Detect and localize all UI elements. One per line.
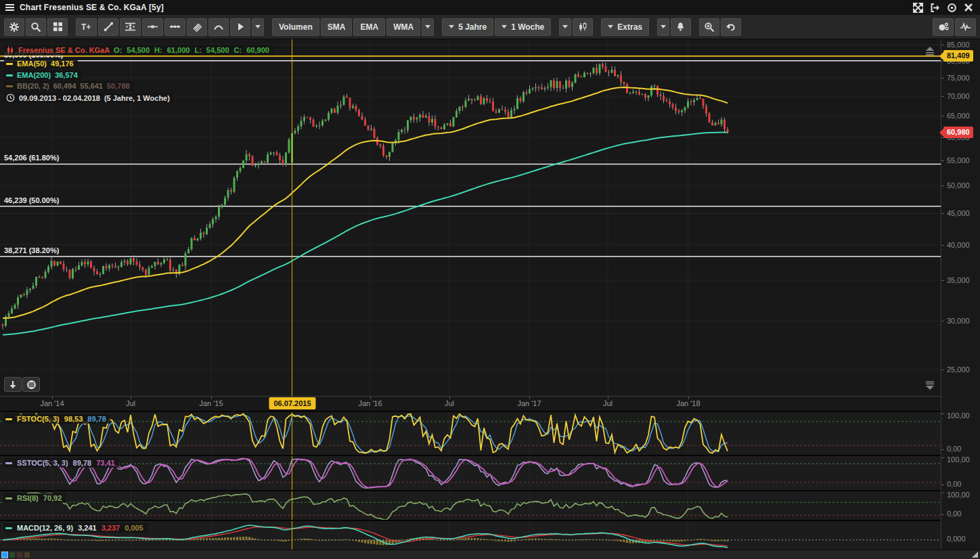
ema200-legend[interactable]: EMA(200) 36,574	[4, 70, 82, 80]
fibonacci-tool-button[interactable]	[120, 18, 141, 36]
panel-layout-button[interactable]	[22, 377, 40, 392]
price-axis[interactable]: 25,00030,00035,00040,00045,00050,00055,0…	[941, 39, 980, 550]
arrow-tool-button[interactable]	[230, 18, 250, 36]
trendline-tool-button[interactable]	[98, 18, 118, 36]
volumen-button[interactable]: Volumen	[272, 18, 319, 36]
ohlc-values: O: 54,500 H: 61,000 L: 54,500 C: 60,900	[114, 46, 269, 54]
trendline-icon	[104, 22, 114, 32]
undo-button[interactable]	[721, 18, 741, 36]
date-range-suffix: (5 Jahre, 1 Woche)	[104, 94, 170, 102]
text-tool-button[interactable]: T+	[76, 18, 97, 36]
text-tool-icon: T+	[81, 22, 92, 32]
fstoc-value-1: 98,53	[64, 415, 83, 423]
undo-icon	[726, 22, 736, 32]
x-axis-label: Jan '17	[517, 399, 541, 407]
time-axis[interactable]: Jan '14JulJan '15Jan '16JulJan '17JulJan…	[0, 396, 941, 411]
fibonacci-icon	[125, 22, 136, 32]
y-axis-label: 40,000	[947, 241, 970, 249]
alert-dropdown[interactable]	[657, 18, 669, 36]
sstoc-value-2: 73,41	[96, 459, 115, 467]
ema50-legend[interactable]: EMA(50) 49,176	[4, 59, 78, 68]
sma-button[interactable]: SMA	[321, 18, 353, 36]
macd-label: MACD(12, 26, 9)	[17, 524, 73, 532]
chevron-down-icon	[255, 25, 261, 28]
rsi-label: RSI(8)	[17, 494, 39, 502]
panel-axis-label: 100,00	[947, 491, 970, 499]
fstoc-label: FSTOC(5, 3)	[17, 415, 60, 423]
bubbles-view-button[interactable]	[933, 18, 954, 36]
macd-legend[interactable]: MACD(12, 26, 9) 3,241 3,237 0,005	[3, 523, 148, 533]
arc-tool-button[interactable]	[208, 18, 229, 36]
hline-tool-button[interactable]	[142, 18, 163, 36]
period-dropdown[interactable]: 5 Jahre	[442, 18, 493, 36]
rsi-panel[interactable]: RSI(8) 70,92	[0, 490, 941, 520]
menu-icon[interactable]	[5, 4, 14, 11]
pulse-view-button[interactable]	[955, 18, 976, 36]
y-axis-label: 55,000	[947, 156, 970, 164]
panel-tab-1[interactable]	[2, 552, 7, 558]
x-axis-label: Jul	[445, 399, 454, 407]
search-button[interactable]	[26, 18, 46, 36]
y-axis-label: 30,000	[947, 317, 970, 325]
charttype-dropdown[interactable]	[559, 18, 571, 36]
clock-icon	[6, 93, 15, 102]
fstoc-legend[interactable]: FSTOC(5, 3) 98,53 89,78	[3, 414, 110, 424]
chevron-down-icon	[608, 25, 613, 28]
resize-grip-icon[interactable]	[971, 551, 979, 558]
alert-button[interactable]	[671, 18, 691, 36]
x-axis-label: Jan '14	[40, 399, 64, 407]
gear-icon	[9, 22, 20, 32]
brush-tool-button[interactable]	[187, 18, 207, 36]
rsi-value: 70,92	[43, 494, 62, 502]
export-icon[interactable]	[930, 3, 940, 13]
target-icon[interactable]	[947, 3, 957, 13]
bb-value-1: 60,494	[53, 82, 76, 90]
sstoc-legend[interactable]: SSTOC(5, 3, 3) 89,78 73,41	[3, 458, 119, 468]
rsi-legend[interactable]: RSI(8) 70,92	[3, 493, 66, 503]
panel-tab-2[interactable]	[9, 552, 15, 558]
wma-button[interactable]: WMA	[386, 18, 420, 36]
layout-button[interactable]	[47, 18, 68, 36]
sstoc-label: SSTOC(5, 3, 3)	[17, 459, 68, 467]
ema200-label: EMA(200)	[17, 71, 51, 79]
ema-button[interactable]: EMA	[353, 18, 385, 36]
symbol-legend[interactable]: Fresenius SE & Co. KGaA O: 54,500 H: 61,…	[4, 45, 273, 55]
x-axis-label: Jan '15	[199, 399, 223, 407]
alert-price-badge[interactable]: 81,409	[943, 50, 973, 62]
y-axis-label: 50,000	[947, 181, 970, 189]
main-chart-canvas[interactable]: 80,000 (100.00%)54,206 (61.80%)46,239 (5…	[0, 39, 941, 396]
close-icon[interactable]	[964, 3, 973, 12]
bb-legend[interactable]: BB(20, 2) 60,494 55,641 50,788	[4, 81, 134, 91]
zoom-in-button[interactable]	[699, 18, 719, 36]
scroll-up-icon[interactable]	[923, 46, 937, 55]
candlestick-type-button[interactable]	[573, 18, 593, 36]
drawing-tools-dropdown[interactable]	[252, 18, 264, 36]
fstoc-panel[interactable]: FSTOC(5, 3) 98,53 89,78	[0, 411, 941, 455]
interval-dropdown[interactable]: 1 Woche	[495, 18, 551, 36]
y-axis-label: 25,000	[947, 365, 970, 374]
candlestick-icon	[578, 22, 587, 32]
indicator-dropdown[interactable]	[422, 18, 434, 36]
macd-panel[interactable]: MACD(12, 26, 9) 3,241 3,237 0,005	[0, 520, 941, 551]
panel-axis-label: 0,00	[947, 510, 961, 518]
y-axis-label: 45,000	[947, 209, 970, 217]
panel-tab-4[interactable]	[24, 552, 30, 558]
sstoc-panel[interactable]: SSTOC(5, 3, 3) 89,78 73,41	[0, 455, 941, 490]
panel-tab-3[interactable]	[17, 552, 22, 558]
move-down-button[interactable]	[4, 377, 22, 392]
extras-dropdown[interactable]: Extras	[601, 18, 649, 36]
title-bar: Chart Fresenius SE & Co. KGaA [5y]	[0, 0, 980, 16]
hline-segments-icon	[169, 22, 181, 32]
chart-window: Chart Fresenius SE & Co. KGaA [5y]	[0, 0, 980, 559]
settings-button[interactable]	[4, 18, 24, 36]
ema200-color-chip	[6, 74, 13, 76]
panel-axis-label: 100,00	[947, 455, 970, 464]
scroll-down-icon[interactable]	[923, 381, 937, 390]
fullscreen-icon[interactable]	[913, 3, 923, 13]
hline-segments-tool-button[interactable]	[164, 18, 185, 36]
x-axis-label: Jul	[603, 399, 612, 407]
macd-value-3: 0,005	[125, 524, 143, 532]
svg-text:54,206 (61.80%): 54,206 (61.80%)	[4, 154, 60, 162]
symbol-name: Fresenius SE & Co. KGaA	[18, 46, 110, 54]
bell-icon	[675, 22, 686, 32]
